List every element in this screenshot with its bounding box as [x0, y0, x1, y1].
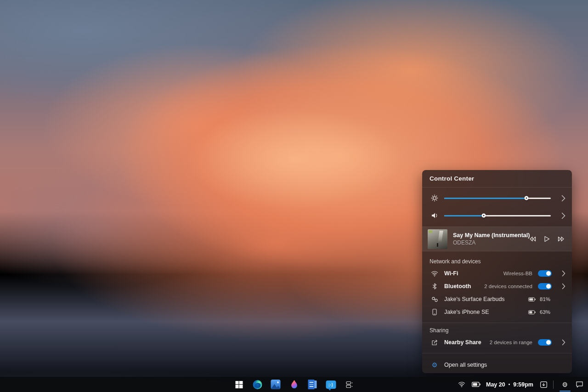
edge-browser-button[interactable]	[252, 379, 263, 390]
windows-logo-icon	[235, 381, 243, 388]
paint-app-button[interactable]	[289, 379, 300, 390]
bluetooth-icon	[430, 283, 440, 290]
volume-thumb[interactable]	[481, 214, 486, 218]
panel-title: Control Center	[422, 170, 572, 187]
speech-bubble-icon	[576, 381, 583, 388]
cloud-glow	[141, 79, 447, 259]
volume-fill	[444, 215, 484, 216]
control-center-panel: Control Center	[422, 170, 572, 373]
network-section-header: Network and devices	[422, 251, 572, 267]
tray-date: May 20	[486, 381, 505, 388]
wifi-label: Wi-Fi	[444, 270, 503, 277]
tray-chat-button[interactable]	[576, 381, 583, 388]
brightness-chevron-icon[interactable]	[556, 195, 565, 202]
brightness-row	[422, 191, 572, 205]
earbuds-icon	[430, 296, 440, 302]
volume-row	[422, 209, 572, 222]
next-track-button[interactable]	[558, 236, 565, 242]
bluetooth-status: 2 devices connected	[484, 284, 532, 289]
desktop: Control Center	[0, 0, 588, 392]
previous-track-button[interactable]	[529, 236, 536, 242]
tray-inbox-icon	[540, 381, 548, 388]
wifi-icon	[458, 381, 465, 387]
battery-icon	[528, 310, 536, 314]
bluetooth-toggle-knob	[546, 284, 551, 289]
phone-icon	[430, 309, 440, 315]
volume-icon	[430, 212, 440, 219]
sharing-section-header: Sharing	[422, 323, 572, 336]
volume-chevron-icon[interactable]	[556, 212, 565, 219]
earbuds-label: Jake's Surface Earbuds	[444, 296, 528, 302]
open-all-settings-button[interactable]: ⚙ Open all settings	[422, 356, 572, 373]
album-art-highlight	[438, 231, 443, 243]
tray-battery-button[interactable]	[472, 382, 481, 387]
task-view-icon	[345, 381, 353, 389]
document-icon	[308, 380, 317, 389]
wifi-toggle-knob	[546, 271, 551, 276]
phone-battery-percent: 63%	[540, 309, 552, 315]
chat-bubble-icon: ;-)	[326, 381, 336, 389]
share-icon	[430, 339, 440, 346]
media-artist: ODESZA	[453, 239, 529, 246]
nearby-share-chevron-icon[interactable]	[556, 339, 565, 346]
documents-app-button[interactable]	[307, 379, 318, 390]
bluetooth-label: Bluetooth	[444, 283, 484, 290]
settings-active-indicator	[560, 391, 571, 392]
wifi-toggle[interactable]	[538, 270, 552, 277]
bluetooth-chevron-icon[interactable]	[556, 283, 565, 290]
album-art-figure	[437, 243, 438, 247]
nearby-share-toggle[interactable]	[538, 339, 552, 346]
tray-settings-button[interactable]: ⚙	[559, 377, 571, 392]
phone-label: Jake's iPhone SE	[444, 309, 528, 315]
taskbar-app-icons: ;-)	[234, 377, 355, 392]
earbuds-battery-percent: 81%	[540, 296, 552, 302]
edge-icon	[253, 380, 262, 389]
nearby-share-toggle-knob	[546, 340, 551, 345]
media-transport	[529, 236, 565, 242]
tray-hidden-icons-button[interactable]	[540, 381, 548, 388]
earbuds-battery: 81%	[528, 296, 552, 302]
open-all-settings-label: Open all settings	[444, 362, 487, 368]
battery-icon	[528, 297, 536, 301]
nearby-share-status: 2 devices in range	[490, 340, 532, 345]
media-controls: Say My Name (Instrumental) ODESZA	[422, 227, 572, 251]
tray-time: 9:59pm	[513, 381, 533, 388]
album-art	[428, 229, 447, 249]
wifi-status: Wireless-BB	[503, 271, 532, 276]
system-tray: May 20 • 9:59pm ⚙	[458, 377, 588, 392]
task-view-button[interactable]	[344, 379, 355, 390]
wifi-row[interactable]: Wi-Fi Wireless-BB	[422, 267, 572, 280]
battery-icon	[472, 382, 481, 387]
chat-emoticon: ;-)	[328, 382, 333, 387]
play-button[interactable]	[544, 236, 550, 242]
nearby-share-row[interactable]: Nearby Share 2 devices in range	[422, 336, 572, 349]
taskbar: ;-)	[0, 377, 588, 392]
brightness-icon	[430, 194, 440, 202]
messaging-app-button[interactable]: ;-)	[326, 379, 336, 390]
wifi-icon	[430, 271, 440, 277]
nearby-share-label: Nearby Share	[444, 339, 490, 346]
media-meta: Say My Name (Instrumental) ODESZA	[453, 232, 529, 246]
start-button[interactable]	[234, 379, 244, 390]
bluetooth-row[interactable]: Bluetooth 2 devices connected	[422, 280, 572, 293]
brightness-fill	[444, 198, 526, 199]
bluetooth-toggle[interactable]	[538, 283, 552, 290]
droplet-icon	[290, 380, 298, 390]
gear-icon: ⚙	[562, 381, 568, 388]
phone-battery: 63%	[528, 309, 552, 315]
tray-wifi-button[interactable]	[458, 381, 465, 387]
photos-icon	[271, 380, 281, 389]
brightness-thumb[interactable]	[524, 196, 528, 200]
wifi-chevron-icon[interactable]	[556, 270, 565, 277]
volume-slider[interactable]	[444, 212, 551, 219]
album-art-label	[429, 230, 432, 233]
phone-row[interactable]: Jake's iPhone SE 63%	[422, 306, 572, 318]
settings-gear-icon: ⚙	[430, 362, 440, 368]
footer-divider	[422, 353, 572, 353]
earbuds-row[interactable]: Jake's Surface Earbuds 81%	[422, 293, 572, 306]
tray-clock-button[interactable]: May 20 • 9:59pm	[486, 381, 533, 388]
photos-app-button[interactable]	[271, 379, 281, 390]
media-track-title: Say My Name (Instrumental)	[453, 232, 529, 239]
brightness-slider[interactable]	[444, 194, 551, 202]
tray-divider	[553, 381, 554, 389]
